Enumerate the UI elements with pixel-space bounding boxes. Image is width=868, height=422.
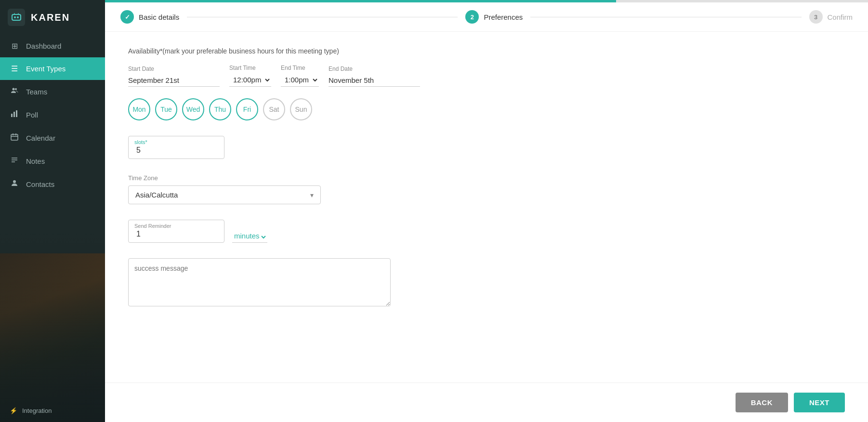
slots-input-box: slots* xyxy=(128,136,224,159)
sidebar-item-notes[interactable]: Notes xyxy=(0,149,105,172)
svg-rect-5 xyxy=(11,114,13,117)
slots-input[interactable] xyxy=(136,146,216,155)
sidebar-item-contacts[interactable]: Contacts xyxy=(0,172,105,196)
step-preferences: 2 Preferences xyxy=(465,10,523,24)
sidebar-item-event-types[interactable]: ☰ Event Types xyxy=(0,57,105,80)
teams-icon xyxy=(10,87,19,96)
contacts-icon xyxy=(10,179,19,189)
timezone-select[interactable]: Asia/Calcutta UTC America/New_York Europ… xyxy=(135,191,310,199)
stepper: ✓ Basic details 2 Preferences 3 Confirm xyxy=(105,2,868,32)
sidebar-item-teams[interactable]: Teams xyxy=(0,80,105,103)
step-circle-basic: ✓ xyxy=(120,10,134,24)
sidebar-item-poll[interactable]: Poll xyxy=(0,103,105,126)
step-basic-details: ✓ Basic details xyxy=(120,10,179,24)
reminder-input[interactable] xyxy=(136,230,216,238)
timezone-select-wrap[interactable]: Asia/Calcutta UTC America/New_York Europ… xyxy=(128,185,321,204)
start-date-input[interactable] xyxy=(128,74,220,87)
start-date-label: Start Date xyxy=(128,66,220,72)
day-sun[interactable]: Sun xyxy=(290,98,312,120)
svg-rect-7 xyxy=(16,110,17,117)
main-content: ✓ Basic details 2 Preferences 3 Confirm … xyxy=(105,0,868,422)
end-date-input[interactable] xyxy=(329,74,420,87)
start-time-select[interactable]: 12:00pm 12:30pm 1:00pm xyxy=(229,73,271,87)
reminder-input-wrap: Send Reminder xyxy=(128,220,224,243)
day-fri[interactable]: Fri xyxy=(236,98,258,120)
step-circle-preferences: 2 xyxy=(465,10,479,24)
reminder-unit-select[interactable]: minutes hours days xyxy=(232,231,267,243)
svg-rect-6 xyxy=(13,112,15,117)
calendar-icon xyxy=(10,133,19,143)
date-time-row: Start Date Start Time 12:00pm 12:30pm 1:… xyxy=(128,65,845,87)
svg-point-2 xyxy=(17,16,19,18)
app-name: KAREN xyxy=(31,12,70,23)
step-label-confirm: Confirm xyxy=(828,13,853,21)
sidebar: KAREN ⊞ Dashboard ☰ Event Types xyxy=(0,0,105,422)
start-date-group: Start Date xyxy=(128,66,220,87)
svg-rect-0 xyxy=(12,14,21,20)
day-selector: Mon Tue Wed Thu Fri Sat Sun xyxy=(128,98,845,120)
event-types-icon: ☰ xyxy=(10,64,19,73)
reminder-row: Send Reminder minutes hours days xyxy=(128,220,845,243)
day-sat[interactable]: Sat xyxy=(263,98,285,120)
day-mon[interactable]: Mon xyxy=(128,98,150,120)
sidebar-nav: ⊞ Dashboard ☰ Event Types Teams xyxy=(0,35,105,399)
step-confirm: 3 Confirm xyxy=(809,10,853,24)
dashboard-icon: ⊞ xyxy=(10,41,19,51)
chevron-down-icon: ▾ xyxy=(310,191,314,199)
sidebar-item-dashboard[interactable]: ⊞ Dashboard xyxy=(0,35,105,57)
success-message-textarea[interactable] xyxy=(128,258,391,306)
sidebar-item-label: Dashboard xyxy=(26,42,61,50)
day-wed[interactable]: Wed xyxy=(182,98,204,120)
end-date-group: End Date xyxy=(329,66,420,87)
step-connector-2 xyxy=(530,17,801,17)
slots-section: slots* xyxy=(128,136,845,159)
step-label-basic: Basic details xyxy=(139,13,179,21)
step-circle-confirm: 3 xyxy=(809,10,823,24)
end-date-label: End Date xyxy=(329,66,420,72)
notes-icon xyxy=(10,156,19,166)
sidebar-item-label: Teams xyxy=(26,88,47,96)
integration-icon: ⚡ xyxy=(10,407,17,414)
svg-point-4 xyxy=(15,88,17,90)
sidebar-item-integration[interactable]: ⚡ Integration xyxy=(0,399,105,422)
start-time-group: Start Time 12:00pm 12:30pm 1:00pm xyxy=(229,65,271,87)
sidebar-item-label: Contacts xyxy=(26,180,54,188)
end-time-group: End Time 1:00pm 1:30pm 2:00pm xyxy=(281,65,319,87)
success-message-section xyxy=(128,258,845,308)
svg-point-1 xyxy=(14,16,16,18)
svg-point-9 xyxy=(13,180,16,183)
sidebar-item-calendar[interactable]: Calendar xyxy=(0,126,105,149)
poll-icon xyxy=(10,110,19,119)
sidebar-item-label: Event Types xyxy=(26,65,66,73)
end-time-label: End Time xyxy=(281,65,319,71)
start-time-label: Start Time xyxy=(229,65,271,71)
sidebar-item-label: Notes xyxy=(26,157,45,165)
timezone-section: Time Zone Asia/Calcutta UTC America/New_… xyxy=(128,174,845,204)
bottom-actions: BACK NEXT xyxy=(105,382,868,422)
sidebar-bottom-label: Integration xyxy=(22,407,52,414)
sidebar-item-label: Calendar xyxy=(26,134,55,142)
day-tue[interactable]: Tue xyxy=(155,98,177,120)
logo-icon xyxy=(8,9,25,26)
step-connector-1 xyxy=(187,17,458,17)
slots-label: slots* xyxy=(134,139,147,145)
back-button[interactable]: BACK xyxy=(736,393,788,412)
app-logo: KAREN xyxy=(0,0,105,35)
day-thu[interactable]: Thu xyxy=(209,98,231,120)
step-label-preferences: Preferences xyxy=(484,13,523,21)
reminder-section: Send Reminder minutes hours days xyxy=(128,220,845,243)
reminder-label: Send Reminder xyxy=(134,223,171,229)
form-area: Availability*(mark your preferable busin… xyxy=(105,32,868,382)
svg-rect-8 xyxy=(11,134,18,140)
availability-title: Availability*(mark your preferable busin… xyxy=(128,47,845,55)
sidebar-item-label: Poll xyxy=(26,111,38,119)
end-time-select[interactable]: 1:00pm 1:30pm 2:00pm xyxy=(281,73,319,87)
timezone-label: Time Zone xyxy=(128,174,845,182)
next-button[interactable]: NEXT xyxy=(794,393,845,412)
svg-point-3 xyxy=(13,88,15,91)
